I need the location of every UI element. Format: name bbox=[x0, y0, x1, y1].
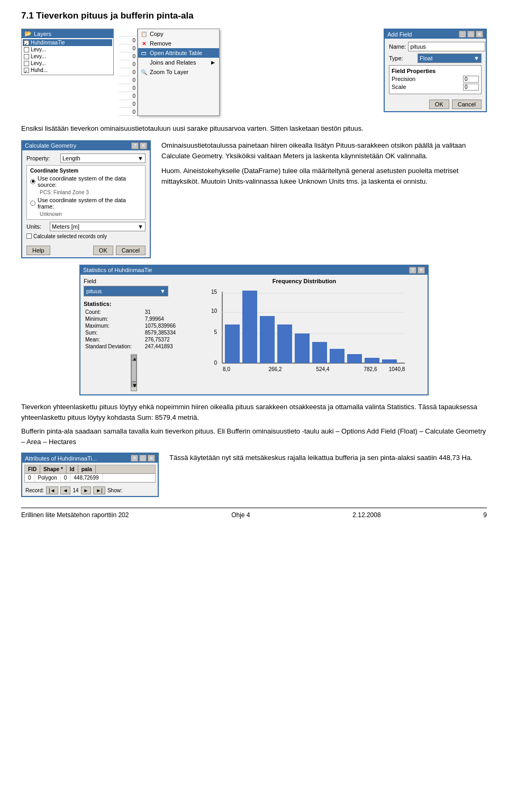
attrs-minimize-button[interactable]: ? bbox=[131, 455, 138, 462]
layers-titlebar: 📂 Layers bbox=[22, 29, 113, 38]
cg-cancel-button[interactable]: Cancel bbox=[116, 246, 146, 255]
joins-icon bbox=[140, 59, 148, 66]
stats-row-min: Minimum: 7,99964 bbox=[84, 315, 184, 322]
close-button[interactable]: ✕ bbox=[476, 31, 483, 38]
footer-center: Ohje 4 bbox=[231, 511, 250, 519]
body-text-block: Tieverkon yhteenlaskettu pituus löytyy e… bbox=[21, 402, 487, 448]
frequency-chart: 15 10 5 0 bbox=[201, 286, 407, 379]
stats-table: Count: 31 Minimum: 7,99964 Maximum: 1075… bbox=[84, 309, 184, 350]
layer-checkbox-4[interactable] bbox=[24, 61, 29, 66]
layer-checkbox-1[interactable]: ✓ bbox=[24, 40, 29, 46]
footer-page: 9 bbox=[483, 511, 487, 519]
attrs-header: FID Shape * Id pala bbox=[25, 465, 155, 474]
cg-help-button[interactable]: Help bbox=[26, 246, 50, 255]
num-cell-7: 0 bbox=[119, 84, 137, 92]
layers-icon: 📂 bbox=[24, 30, 32, 37]
stats-val-min: 7,99964 bbox=[143, 315, 184, 322]
cell-id: 0 bbox=[61, 474, 71, 482]
record-nav: 14 bbox=[72, 488, 78, 493]
ctx-label-open-attr: Open Attribute Table bbox=[150, 50, 202, 56]
stats-help-button[interactable]: ? bbox=[409, 267, 416, 274]
coord-system-title: Coordinate System bbox=[30, 168, 142, 174]
stats-row-std: Standard Deviation: 247,441893 bbox=[84, 343, 184, 350]
record-prev-button[interactable]: ◄ bbox=[60, 486, 71, 494]
radio-dot-frame[interactable] bbox=[30, 201, 35, 206]
name-input[interactable] bbox=[408, 42, 485, 51]
layer-row-4[interactable]: Levy... bbox=[23, 60, 112, 67]
coord-system-box: Coordinate System Use coordinate system … bbox=[26, 165, 146, 220]
calculate-selected-label: Calculate selected records only bbox=[33, 233, 107, 239]
attrs-footer: Record: |◄ ◄ 14 ► ►| Show: bbox=[22, 485, 158, 496]
add-field-cancel-button[interactable]: Cancel bbox=[452, 100, 482, 109]
cg-title-buttons: ? ✕ bbox=[131, 142, 147, 149]
col-shape: Shape * bbox=[40, 465, 67, 473]
units-select[interactable]: Meters [m] ▼ bbox=[50, 222, 146, 231]
layer-checkbox-2[interactable] bbox=[24, 47, 29, 52]
layer-row-2[interactable]: Levy... bbox=[23, 46, 112, 53]
attrs-close-button[interactable]: ✕ bbox=[148, 455, 155, 462]
type-select[interactable]: Float ▼ bbox=[418, 53, 482, 63]
add-field-body: Name: Type: Float ▼ Field Properties Pre… bbox=[385, 39, 486, 97]
minimize-button[interactable]: _ bbox=[459, 31, 466, 38]
col-pala: pala bbox=[78, 465, 96, 473]
stats-key-count: Count: bbox=[84, 309, 143, 315]
layer-row-1[interactable]: ✓ HuhdinmaaTie bbox=[23, 39, 112, 46]
stats-title-buttons: ? ✕ bbox=[409, 267, 425, 274]
stats-scrollbar[interactable]: ▲ ▼ bbox=[131, 354, 137, 391]
scrollbar-up-button[interactable]: ▲ bbox=[131, 355, 137, 360]
show-label: Show: bbox=[107, 488, 122, 493]
record-last-button[interactable]: ►| bbox=[93, 486, 105, 494]
layer-row-5[interactable]: ✓ Huhd... bbox=[23, 67, 112, 74]
layer-label-1: HuhdinmaaTie bbox=[31, 40, 65, 46]
stats-dialog: Statistics of HuhdinmaaTie ? ✕ Field pit… bbox=[79, 265, 429, 395]
layer-row-3[interactable]: Levy... bbox=[23, 53, 112, 60]
radio-dot-source[interactable] bbox=[30, 179, 35, 184]
attrs-maximize-button[interactable]: □ bbox=[139, 455, 147, 462]
field-props-label: Field Properties bbox=[392, 68, 479, 74]
stats-body: Field pituus ▼ Statistics: Count: 31 Min… bbox=[80, 275, 428, 394]
page-footer: Erillinen liite Metsätehon raporttiin 20… bbox=[21, 508, 487, 519]
layer-checkbox-5[interactable]: ✓ bbox=[24, 68, 29, 73]
add-field-ok-button[interactable]: OK bbox=[429, 100, 449, 109]
ctx-label-joins: Joins and Relates bbox=[150, 59, 196, 66]
layers-panel-screenshot: 📂 Layers ✓ HuhdinmaaTie Levy... Levy... bbox=[21, 29, 114, 75]
cg-property-select[interactable]: Length ▼ bbox=[60, 154, 146, 163]
name-row: Name: bbox=[389, 42, 482, 51]
ctx-item-copy[interactable]: 📋 Copy bbox=[138, 29, 219, 39]
table-icon: 🗃 bbox=[140, 49, 148, 57]
ctx-item-joins[interactable]: Joins and Relates ▶ bbox=[138, 58, 219, 67]
cg-ok-button[interactable]: OK bbox=[93, 246, 113, 255]
calc-geom-titlebar: Calculate Geometry ? ✕ bbox=[22, 141, 150, 150]
cell-fid: 0 bbox=[25, 474, 35, 482]
radio-label-frame: Use coordinate system of the data frame: bbox=[38, 197, 142, 210]
scrollbar-down-button[interactable]: ▼ bbox=[131, 382, 137, 387]
calculate-selected-row[interactable]: Calculate selected records only bbox=[26, 233, 146, 239]
cg-units-row: Units: Meters [m] ▼ bbox=[26, 222, 146, 231]
stats-titlebar: Statistics of HuhdinmaaTie ? ✕ bbox=[80, 266, 428, 275]
svg-rect-15 bbox=[330, 349, 344, 363]
radio-data-source[interactable]: Use coordinate system of the data source… bbox=[30, 175, 142, 188]
type-dropdown-icon: ▼ bbox=[474, 55, 479, 61]
stats-field-select[interactable]: pituus ▼ bbox=[84, 286, 168, 296]
maximize-button[interactable]: □ bbox=[467, 31, 475, 38]
cg-close-button[interactable]: ✕ bbox=[140, 142, 147, 149]
record-next-button[interactable]: ► bbox=[81, 486, 92, 494]
svg-text:0: 0 bbox=[214, 360, 217, 366]
scrollbar-thumb[interactable] bbox=[131, 360, 137, 382]
ctx-item-remove[interactable]: ✕ Remove bbox=[138, 39, 219, 48]
layers-title: Layers bbox=[34, 31, 51, 37]
record-first-button[interactable]: |◄ bbox=[46, 486, 58, 494]
cell-pala: 448,72699 bbox=[70, 474, 102, 482]
ctx-item-zoom[interactable]: 🔍 Zoom To Layer bbox=[138, 67, 219, 77]
calculate-selected-checkbox[interactable] bbox=[26, 233, 32, 239]
radio-data-frame[interactable]: Use coordinate system of the data frame: bbox=[30, 197, 142, 210]
ctx-item-open-attribute-table[interactable]: 🗃 Open Attribute Table bbox=[138, 48, 219, 58]
unknown-label: Unknown bbox=[30, 211, 142, 217]
cg-property-value: Length bbox=[62, 155, 80, 161]
stats-close-button[interactable]: ✕ bbox=[418, 267, 425, 274]
layer-checkbox-3[interactable] bbox=[24, 54, 29, 59]
cg-minimize-button[interactable]: ? bbox=[131, 142, 139, 149]
stats-chart-panel: Frequency Distribution 15 10 5 0 bbox=[184, 278, 424, 391]
num-cell-9: 0 bbox=[119, 100, 137, 108]
svg-rect-9 bbox=[225, 324, 240, 363]
